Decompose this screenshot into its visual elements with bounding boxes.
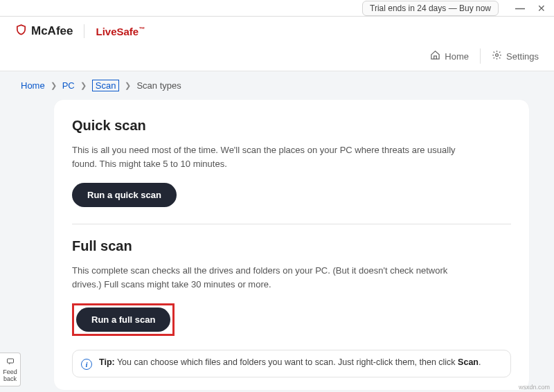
run-quick-scan-button[interactable]: Run a quick scan [72,183,177,207]
close-button[interactable]: ✕ [537,3,546,13]
feedback-tab[interactable]: Feed back [0,353,21,386]
breadcrumb-scan[interactable]: Scan [92,80,120,91]
run-full-scan-button[interactable]: Run a full scan [76,308,170,332]
chevron-right-icon: ❯ [125,81,131,90]
scan-types-card: Quick scan This is all you need most of … [54,100,529,390]
window-controls: — ✕ [515,3,550,13]
highlight-box: Run a full scan [72,303,175,336]
brand-name: McAfee [31,24,73,38]
nav-settings-label: Settings [506,51,539,62]
full-scan-section: Full scan This complete scan checks all … [72,238,511,336]
tip-label: Tip: [99,357,115,367]
window-titlebar: Trial ends in 24 days — Buy now — ✕ [0,0,554,17]
brand-logo: McAfee [15,24,73,39]
nav-settings[interactable]: Settings [492,50,539,62]
chevron-right-icon: ❯ [51,81,57,90]
product-name: LiveSafe™ [96,26,145,37]
watermark: wsxdn.com [519,384,550,391]
brand-row: McAfee LiveSafe™ [15,24,539,44]
home-icon [430,50,440,62]
nav-home-label: Home [445,51,469,62]
header-nav: Home Settings [15,44,539,71]
brand-divider [84,24,84,38]
breadcrumb-home[interactable]: Home [21,80,45,91]
trial-status-pill[interactable]: Trial ends in 24 days — Buy now [362,1,499,16]
section-divider [72,224,511,224]
feedback-label: Feed back [3,369,17,383]
shield-icon [15,24,27,39]
tip-text: Tip: You can choose which files and fold… [99,357,481,367]
breadcrumb-scan-types: Scan types [136,80,181,91]
full-scan-title: Full scan [72,238,511,254]
svg-rect-1 [7,359,13,363]
tip-bold: Scan [458,357,479,367]
svg-point-0 [496,54,499,57]
tip-body-1: You can choose which files and folders y… [115,357,458,367]
chat-icon [6,357,15,366]
tip-banner: i Tip: You can choose which files and fo… [72,350,511,377]
minimize-button[interactable]: — [515,3,525,13]
quick-scan-section: Quick scan This is all you need most of … [72,118,511,207]
nav-home[interactable]: Home [430,50,469,62]
quick-scan-title: Quick scan [72,118,511,134]
chevron-right-icon: ❯ [80,81,87,90]
nav-separator [480,48,481,64]
info-icon: i [81,359,92,370]
breadcrumb: Home ❯ PC ❯ Scan ❯ Scan types [0,71,554,97]
gear-icon [492,50,502,62]
full-scan-desc: This complete scan checks all the drives… [72,264,474,291]
tip-body-2: . [479,357,481,367]
quick-scan-desc: This is all you need most of the time. W… [72,143,474,170]
breadcrumb-pc[interactable]: PC [62,80,75,91]
app-header: McAfee LiveSafe™ Home Settings [0,17,554,71]
